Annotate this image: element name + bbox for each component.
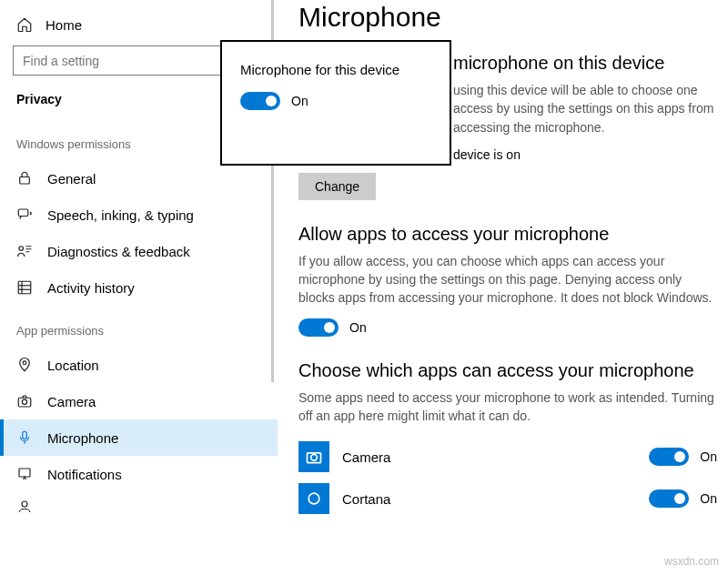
nav-label: Notifications (47, 467, 122, 482)
svg-point-11 (22, 399, 26, 404)
choose-apps-desc: Some apps need to access your microphone… (298, 388, 717, 426)
microphone-icon (16, 429, 33, 446)
svg-rect-12 (23, 431, 27, 439)
nav-label: Location (47, 358, 99, 373)
nav-label: Speech, inking, & typing (47, 207, 194, 223)
page-title: Microphone (298, 2, 717, 33)
popup-title: Microphone for this device (240, 62, 431, 77)
camera-app-icon (298, 441, 329, 472)
svg-point-4 (19, 247, 24, 251)
notifications-icon (16, 466, 33, 482)
sidebar-item-activity[interactable]: Activity history (0, 269, 278, 306)
sidebar-item-microphone[interactable]: Microphone (0, 419, 278, 456)
svg-rect-3 (18, 209, 28, 217)
svg-rect-14 (19, 469, 30, 477)
svg-rect-5 (18, 281, 31, 294)
section-app-permissions: App permissions (0, 306, 278, 347)
sidebar-item-camera[interactable]: Camera (0, 383, 278, 419)
cortana-app-icon (298, 483, 329, 514)
feedback-icon (16, 243, 33, 259)
microphone-device-popup: Microphone for this device On (220, 40, 451, 166)
nav-label: Diagnostics & feedback (47, 244, 190, 259)
popup-toggle[interactable] (240, 92, 280, 110)
nav-label: Camera (47, 394, 96, 409)
home-link[interactable]: Home (0, 11, 278, 42)
svg-rect-2 (20, 177, 30, 185)
speech-icon (16, 207, 33, 223)
section-allow-apps: Allow apps to access your microphone If … (298, 224, 717, 337)
sidebar-item-speech[interactable]: Speech, inking, & typing (0, 197, 278, 233)
cortana-app-toggle[interactable] (649, 489, 689, 508)
allow-apps-state: On (349, 320, 367, 335)
nav-label: Microphone (47, 430, 118, 446)
app-row-camera: Camera On (298, 436, 717, 478)
svg-point-15 (22, 501, 27, 507)
svg-point-18 (308, 494, 319, 505)
sidebar-item-notifications[interactable]: Notifications (0, 456, 278, 492)
sidebar-item-diagnostics[interactable]: Diagnostics & feedback (0, 233, 278, 269)
choose-apps-heading: Choose which apps can access your microp… (298, 360, 717, 381)
location-icon (16, 357, 33, 373)
allow-apps-toggle[interactable] (298, 318, 339, 337)
home-icon (16, 16, 33, 33)
cortana-app-state: On (700, 491, 717, 506)
app-name: Camera (342, 449, 390, 465)
change-button[interactable]: Change (298, 173, 376, 200)
popup-state: On (291, 94, 308, 108)
camera-app-toggle[interactable] (649, 448, 689, 466)
account-icon (16, 499, 33, 513)
app-row-cortana: Cortana On (298, 478, 717, 520)
sidebar-item-general[interactable]: General (0, 160, 278, 197)
svg-point-9 (23, 361, 26, 365)
nav-label: Activity history (47, 280, 135, 296)
watermark: wsxdn.com (664, 555, 719, 568)
lock-icon (16, 170, 33, 187)
app-name: Cortana (342, 491, 390, 507)
camera-app-state: On (700, 449, 717, 464)
camera-icon (16, 393, 33, 409)
section-choose-apps: Choose which apps can access your microp… (298, 360, 717, 520)
sidebar-item-location[interactable]: Location (0, 347, 278, 383)
allow-apps-heading: Allow apps to access your microphone (298, 224, 717, 245)
activity-icon (16, 279, 33, 296)
nav-label: General (47, 171, 96, 187)
sidebar-item-partial[interactable] (0, 492, 278, 512)
allow-apps-desc: If you allow access, you can choose whic… (298, 252, 717, 308)
home-label: Home (46, 17, 82, 33)
svg-point-17 (311, 455, 318, 461)
search-input[interactable] (23, 54, 240, 68)
